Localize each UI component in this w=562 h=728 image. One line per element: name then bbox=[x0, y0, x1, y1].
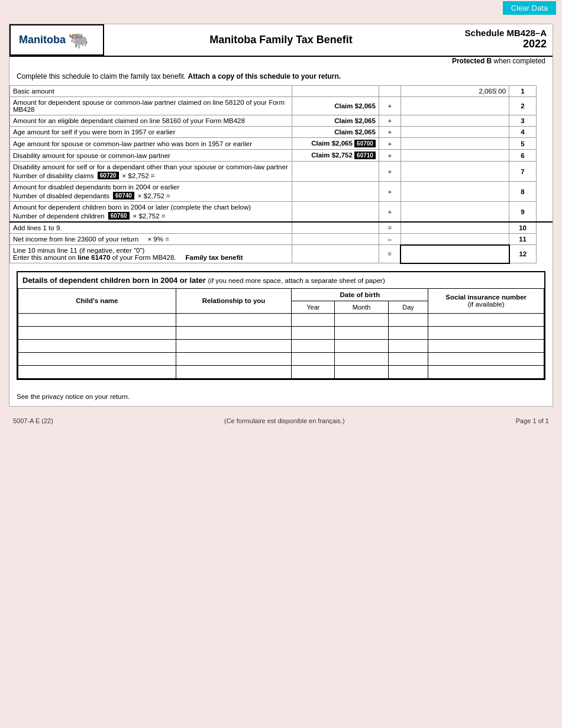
privacy-notice: See the privacy notice on your return. bbox=[9, 387, 553, 406]
row1-sym bbox=[379, 86, 400, 97]
dob-year-cell[interactable] bbox=[292, 313, 335, 326]
row4-value[interactable] bbox=[400, 127, 509, 138]
child-data-row bbox=[18, 339, 544, 352]
dob-day-cell[interactable] bbox=[388, 326, 428, 339]
row5-value[interactable] bbox=[400, 138, 509, 150]
row6-line: 6 bbox=[509, 150, 537, 162]
row2-value[interactable] bbox=[400, 97, 509, 115]
row3-sym: + bbox=[379, 115, 400, 127]
row12-desc: Line 10 minus line 11 (if negative, ente… bbox=[10, 245, 292, 263]
row6-desc: Disability amount for spouse or common-l… bbox=[10, 150, 292, 162]
row2-desc: Amount for dependent spouse or common-la… bbox=[10, 97, 292, 115]
row10-line: 10 bbox=[509, 222, 537, 234]
row4-desc: Age amount for self if you were born in … bbox=[10, 127, 292, 138]
relationship-cell[interactable] bbox=[176, 313, 292, 326]
row9-value[interactable] bbox=[400, 202, 509, 223]
relationship-cell[interactable] bbox=[176, 339, 292, 352]
child-data-row bbox=[18, 326, 544, 339]
row7-desc: Disability amount for self or for a depe… bbox=[10, 162, 292, 182]
dob-year-cell[interactable] bbox=[292, 339, 335, 352]
code-60710: 60710 bbox=[354, 152, 376, 159]
details-header-row: Child's name Relationship to you Date of… bbox=[18, 288, 544, 301]
row11-sym: – bbox=[379, 234, 400, 245]
row8-value[interactable] bbox=[400, 182, 509, 202]
row1-line: 1 bbox=[509, 86, 537, 97]
row2-line: 2 bbox=[509, 97, 537, 115]
row5-line: 5 bbox=[509, 138, 537, 150]
row3-value[interactable] bbox=[400, 115, 509, 127]
sin-cell[interactable] bbox=[428, 313, 544, 326]
child-data-row bbox=[18, 313, 544, 326]
table-row: Amount for disabled dependants born in 2… bbox=[10, 182, 553, 202]
child-data-row bbox=[18, 352, 544, 365]
bison-icon: 🐃 bbox=[68, 30, 89, 50]
row1-value[interactable]: 2,06500 bbox=[400, 86, 509, 97]
relationship-cell[interactable] bbox=[176, 352, 292, 365]
row12-value[interactable] bbox=[400, 245, 509, 263]
dob-month-cell[interactable] bbox=[335, 313, 388, 326]
dob-year-cell[interactable] bbox=[292, 326, 335, 339]
code-60720: 60720 bbox=[98, 172, 119, 179]
row11-line: 11 bbox=[509, 234, 537, 245]
page-footer: 5007-A E (22) (Ce formulaire est disponi… bbox=[6, 413, 556, 429]
row6-sym: + bbox=[379, 150, 400, 162]
child-name-cell[interactable] bbox=[18, 339, 176, 352]
details-subtitle: (if you need more space, attach a separa… bbox=[208, 277, 385, 284]
row3-claim: Claim $2,065 bbox=[292, 115, 379, 127]
table-row: Amount for dependent spouse or common-la… bbox=[10, 97, 553, 115]
table-row: Disability amount for self or for a depe… bbox=[10, 162, 553, 182]
dob-day-cell[interactable] bbox=[388, 352, 428, 365]
logo-text: Manitoba bbox=[19, 34, 66, 46]
schedule-number: Schedule MB428–A bbox=[465, 28, 547, 38]
dob-day-cell[interactable] bbox=[388, 313, 428, 326]
row7-sym: + bbox=[379, 162, 400, 182]
clear-data-button[interactable]: Clear Data bbox=[503, 1, 556, 15]
row8-line: 8 bbox=[509, 182, 537, 202]
row11-desc: Net income from line 23600 of your retur… bbox=[10, 234, 292, 245]
relationship-cell[interactable] bbox=[176, 326, 292, 339]
col-month: Month bbox=[335, 301, 388, 313]
row8-desc: Amount for disabled dependants born in 2… bbox=[10, 182, 292, 202]
table-row: Basic amount 2,06500 1 bbox=[10, 86, 553, 97]
dob-year-cell[interactable] bbox=[292, 352, 335, 365]
logo-area: Manitoba 🐃 bbox=[9, 24, 104, 56]
row3-line: 3 bbox=[509, 115, 537, 127]
child-name-cell[interactable] bbox=[18, 365, 176, 378]
sin-cell[interactable] bbox=[428, 339, 544, 352]
row12-line: 12 bbox=[509, 245, 537, 263]
row7-value[interactable] bbox=[400, 162, 509, 182]
row11-value[interactable] bbox=[400, 234, 509, 245]
child-name-cell[interactable] bbox=[18, 326, 176, 339]
dob-day-cell[interactable] bbox=[388, 365, 428, 378]
row9-sym: + bbox=[379, 202, 400, 223]
child-name-cell[interactable] bbox=[18, 313, 176, 326]
dob-month-cell[interactable] bbox=[335, 365, 388, 378]
row7-line: 7 bbox=[509, 162, 537, 182]
child-name-cell[interactable] bbox=[18, 352, 176, 365]
table-row: Net income from line 23600 of your retur… bbox=[10, 234, 553, 245]
sin-cell[interactable] bbox=[428, 365, 544, 378]
row12-sym: = bbox=[379, 245, 400, 263]
dob-month-cell[interactable] bbox=[335, 352, 388, 365]
row1-claim bbox=[292, 86, 379, 97]
details-section: Details of dependent children born in 20… bbox=[17, 271, 545, 380]
row6-value[interactable] bbox=[400, 150, 509, 162]
sin-cell[interactable] bbox=[428, 326, 544, 339]
relationship-cell[interactable] bbox=[176, 365, 292, 378]
row10-value[interactable] bbox=[400, 222, 509, 234]
dob-day-cell[interactable] bbox=[388, 339, 428, 352]
code-60740: 60740 bbox=[113, 192, 134, 199]
dob-month-cell[interactable] bbox=[335, 339, 388, 352]
form-container: Manitoba 🐃 Manitoba Family Tax Benefit S… bbox=[9, 24, 553, 407]
table-row: Age amount for spouse or common-law part… bbox=[10, 138, 553, 150]
col-day: Day bbox=[388, 301, 428, 313]
dob-month-cell[interactable] bbox=[335, 326, 388, 339]
code-60700: 60700 bbox=[354, 140, 376, 147]
page-number: Page 1 of 1 bbox=[516, 417, 549, 424]
row9-line: 9 bbox=[509, 202, 537, 223]
dob-year-cell[interactable] bbox=[292, 365, 335, 378]
form-title: Manitoba Family Tax Benefit bbox=[209, 34, 353, 46]
col-year: Year bbox=[292, 301, 335, 313]
sin-cell[interactable] bbox=[428, 352, 544, 365]
row3-desc: Amount for an eligible dependant claimed… bbox=[10, 115, 292, 127]
